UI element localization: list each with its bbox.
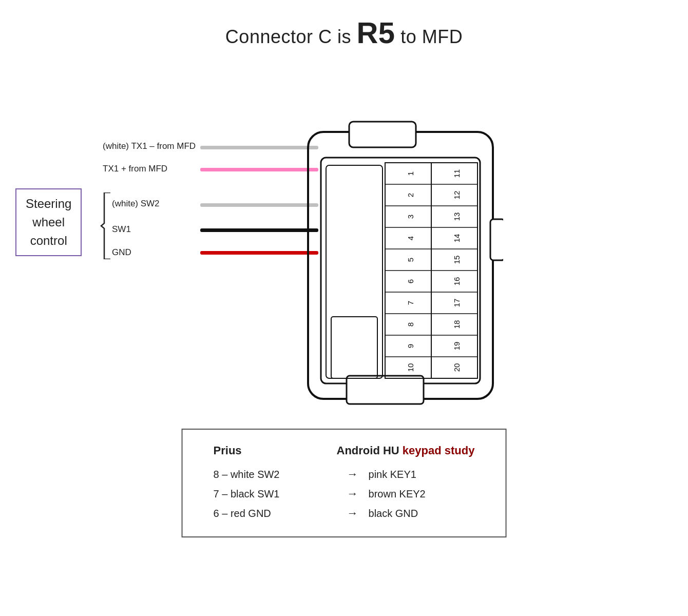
table-header-prius: Prius bbox=[214, 444, 337, 457]
table-row-3-arrow: → bbox=[347, 507, 358, 520]
table-row: 8 – white SW2 → pink KEY1 bbox=[214, 468, 475, 481]
svg-text:16: 16 bbox=[452, 277, 461, 286]
table-header-android: Android HU keypad study bbox=[337, 444, 475, 457]
label-sw1: SW1 bbox=[112, 224, 131, 235]
table-row-2-android: brown KEY2 bbox=[369, 488, 426, 500]
svg-rect-0 bbox=[308, 132, 493, 399]
svg-text:11: 11 bbox=[452, 169, 461, 178]
svg-text:5: 5 bbox=[406, 258, 415, 262]
svg-text:14: 14 bbox=[452, 234, 461, 243]
title-prefix: Connector C is bbox=[225, 26, 357, 47]
svg-rect-3 bbox=[347, 376, 424, 404]
svg-rect-5 bbox=[326, 165, 383, 378]
connector-diagram: 10 9 8 7 6 5 4 3 2 1 20 19 18 17 16 15 1… bbox=[288, 117, 503, 425]
svg-text:17: 17 bbox=[452, 299, 461, 307]
table-header-keypad-study: keypad study bbox=[403, 444, 475, 457]
swc-line1: Steering bbox=[26, 197, 71, 210]
svg-rect-1 bbox=[349, 122, 416, 147]
svg-text:6: 6 bbox=[406, 279, 415, 283]
svg-text:1: 1 bbox=[406, 171, 415, 176]
svg-text:10: 10 bbox=[406, 363, 415, 372]
svg-text:4: 4 bbox=[406, 236, 415, 240]
table-row-1-prius: 8 – white SW2 bbox=[214, 469, 337, 480]
table-row-2-arrow: → bbox=[347, 487, 358, 500]
table-row-3-android: black GND bbox=[369, 508, 418, 519]
mapping-table: Prius Android HU keypad study 8 – white … bbox=[182, 429, 507, 537]
label-gnd: GND bbox=[112, 247, 131, 258]
page-title: Connector C is R5 to MFD bbox=[0, 0, 688, 50]
svg-text:13: 13 bbox=[452, 213, 461, 221]
table-row: 6 – red GND → black GND bbox=[214, 507, 475, 520]
swc-line3: control bbox=[30, 234, 67, 247]
svg-text:3: 3 bbox=[406, 215, 415, 219]
label-tx1-white: (white) TX1 – from MFD bbox=[103, 141, 196, 151]
svg-text:8: 8 bbox=[406, 322, 415, 326]
table-header-android-plain: Android HU bbox=[337, 444, 403, 457]
table-row: 7 – black SW1 → brown KEY2 bbox=[214, 487, 475, 500]
svg-text:9: 9 bbox=[406, 344, 415, 348]
svg-text:18: 18 bbox=[452, 320, 461, 329]
table-row-3-prius: 6 – red GND bbox=[214, 508, 337, 519]
table-row-2-prius: 7 – black SW1 bbox=[214, 488, 337, 500]
svg-text:20: 20 bbox=[452, 363, 461, 372]
svg-rect-4 bbox=[490, 219, 503, 260]
svg-rect-6 bbox=[331, 317, 377, 378]
svg-text:19: 19 bbox=[452, 342, 461, 351]
steering-wheel-box: Steering wheel control bbox=[15, 188, 82, 256]
svg-text:2: 2 bbox=[406, 193, 415, 197]
label-tx1-plus: TX1 + from MFD bbox=[103, 164, 167, 174]
svg-text:15: 15 bbox=[452, 256, 461, 264]
svg-text:7: 7 bbox=[406, 301, 415, 305]
table-row-1-arrow: → bbox=[347, 468, 358, 481]
title-r5: R5 bbox=[356, 16, 395, 49]
swc-line2: wheel bbox=[32, 215, 65, 229]
swc-bracket bbox=[100, 192, 112, 259]
svg-text:12: 12 bbox=[452, 191, 461, 200]
table-row-1-android: pink KEY1 bbox=[369, 469, 416, 480]
label-sw2: (white) SW2 bbox=[112, 199, 160, 209]
title-suffix: to MFD bbox=[395, 26, 463, 47]
